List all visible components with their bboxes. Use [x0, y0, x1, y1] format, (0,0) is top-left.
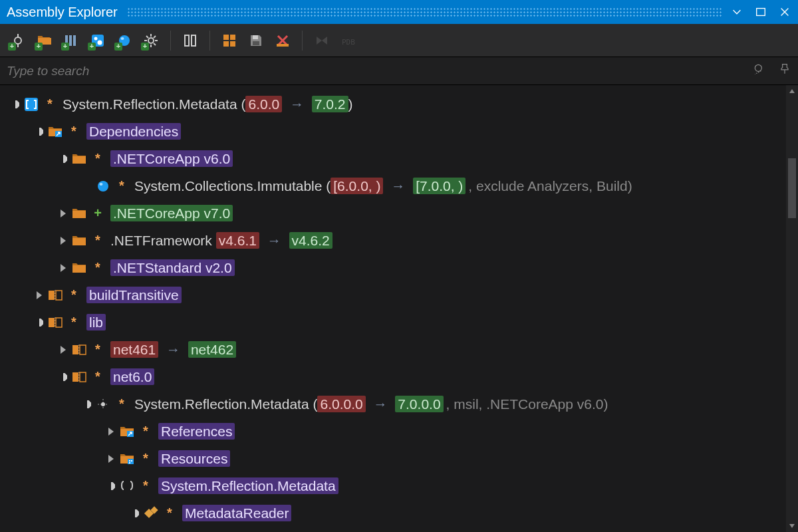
lib-net461[interactable]: *net461 → net462 [3, 336, 798, 363]
diff-marker: * [92, 233, 104, 248]
toolbar: ++++++ [0, 24, 798, 57]
buildtransitive-folder[interactable]: *buildTransitive [3, 281, 798, 309]
dependencies-folder[interactable]: *Dependencies [3, 118, 798, 145]
folder-split-icon [72, 342, 86, 357]
resources-folder[interactable]: *Resources [3, 445, 798, 472]
window-maximize-icon[interactable] [754, 5, 767, 19]
diff-marker: * [140, 478, 152, 493]
class-icon [144, 506, 158, 521]
folder-link-icon [120, 424, 134, 439]
expander-icon[interactable] [105, 426, 117, 438]
add-nuget-button[interactable]: + [86, 29, 109, 52]
expander-icon[interactable] [33, 126, 45, 138]
expander-icon[interactable] [57, 153, 69, 165]
target-netframework[interactable]: *.NETFramework v4.6.1 → v4.6.2 [3, 227, 798, 254]
nuget-brackets-icon [24, 97, 39, 112]
diff-marker: * [92, 342, 104, 357]
expander-icon[interactable] [33, 317, 45, 329]
diff-marker: * [92, 260, 104, 275]
add-package-button[interactable]: + [113, 29, 136, 52]
expander-icon[interactable] [57, 262, 69, 274]
expander-icon[interactable] [129, 507, 141, 519]
search-input[interactable] [7, 64, 753, 78]
diff-marker: * [68, 315, 80, 330]
diff-marker: * [92, 151, 104, 166]
save-button[interactable] [245, 29, 267, 52]
diff-marker: * [116, 396, 128, 412]
assembly-tree[interactable]: *System.Reflection.Metadata (6.0.0 → 7.0… [0, 85, 798, 532]
tree-row-label: lib [86, 315, 106, 331]
folder-icon [72, 206, 86, 221]
diff-marker: + [92, 205, 104, 221]
folder-res-icon [120, 452, 134, 466]
scrollbar-up-icon[interactable] [786, 85, 798, 97]
expander-icon[interactable] [57, 235, 69, 247]
expander-icon[interactable] [57, 207, 69, 219]
plus-overlay-icon: + [61, 43, 69, 51]
assembly-srm[interactable]: *System.Reflection.Metadata (6.0.0.0 → 7… [3, 390, 798, 418]
tree-row-label: Resources [158, 451, 230, 467]
dependency-immutable[interactable]: *System.Collections.Immutable ([6.0.0, )… [3, 172, 798, 200]
tree-row-label: System.Reflection.Metadata (6.0.0.0 → 7.… [134, 396, 611, 412]
settings-button[interactable]: + [140, 29, 162, 52]
add-library-button[interactable]: + [60, 29, 82, 52]
pdb-button [337, 29, 360, 52]
target-netcoreapp7[interactable]: +.NETCoreApp v7.0 [3, 200, 798, 227]
scrollbar[interactable] [786, 85, 798, 532]
window-close-icon[interactable] [778, 5, 791, 19]
diff-marker: * [68, 287, 80, 303]
tree-row-label: .NETFramework v4.6.1 → v4.6.2 [110, 233, 332, 249]
nuget-package-root[interactable]: *System.Reflection.Metadata (6.0.0 → 7.0… [3, 90, 798, 118]
tree-row-label: References [158, 424, 235, 440]
pin-icon[interactable] [778, 63, 791, 79]
expander-icon[interactable] [33, 289, 45, 301]
svg-marker-6 [789, 524, 795, 528]
plus-overlay-icon: + [35, 43, 43, 51]
tree-row-label: .NETStandard v2.0 [110, 260, 235, 276]
tree-row-label: net6.0 [110, 369, 154, 385]
vs-button [311, 29, 333, 52]
nuget-ball-icon [96, 179, 110, 194]
expander-icon[interactable] [9, 98, 21, 110]
scrollbar-thumb[interactable] [788, 158, 796, 218]
namespace-icon [120, 479, 134, 493]
target-netstandard[interactable]: *.NETStandard v2.0 [3, 254, 798, 281]
expander-icon[interactable] [105, 480, 117, 492]
class-metadatareader[interactable]: *MetadataReader [3, 499, 798, 527]
folder-icon [72, 233, 86, 248]
title-grip[interactable] [127, 7, 722, 17]
lib-folder[interactable]: *lib [3, 309, 798, 336]
folder-split-icon [72, 370, 86, 384]
open-folder-button[interactable]: + [33, 29, 56, 52]
search-icon[interactable] [753, 63, 766, 79]
columns-button[interactable] [179, 29, 201, 52]
tree-row-label: MetadataReader [182, 505, 291, 521]
folder-link-icon [48, 124, 63, 139]
title-bar: Assembly Explorer [0, 0, 798, 24]
diff-marker: * [164, 505, 176, 521]
add-assembly-button[interactable]: + [7, 29, 29, 52]
tree-row-label: .NETCoreApp v6.0 [110, 151, 233, 167]
tree-row-label: buildTransitive [86, 287, 182, 303]
expander-icon[interactable] [105, 453, 117, 465]
folder-icon [72, 152, 86, 166]
scrollbar-down-icon[interactable] [786, 520, 798, 532]
references-folder[interactable]: *References [3, 418, 798, 445]
remove-button[interactable] [271, 29, 294, 52]
window-menu-dropdown-icon[interactable] [730, 5, 743, 19]
expander-icon[interactable] [81, 398, 93, 410]
folder-split-icon [48, 315, 63, 330]
toolbar-separator [302, 31, 303, 51]
plus-overlay-icon: + [141, 43, 149, 51]
namespace-srm[interactable]: *System.Reflection.Metadata [3, 472, 798, 499]
diff-marker: * [68, 124, 80, 139]
expander-icon[interactable] [57, 371, 69, 383]
expander-icon[interactable] [57, 344, 69, 356]
svg-marker-5 [789, 89, 795, 93]
target-netcoreapp6[interactable]: *.NETCoreApp v6.0 [3, 145, 798, 172]
lib-net6[interactable]: *net6.0 [3, 363, 798, 390]
diff-marker: * [140, 451, 152, 466]
plus-overlay-icon: + [114, 43, 122, 51]
view-grid-button[interactable] [218, 29, 241, 52]
folder-split-icon [48, 288, 63, 303]
